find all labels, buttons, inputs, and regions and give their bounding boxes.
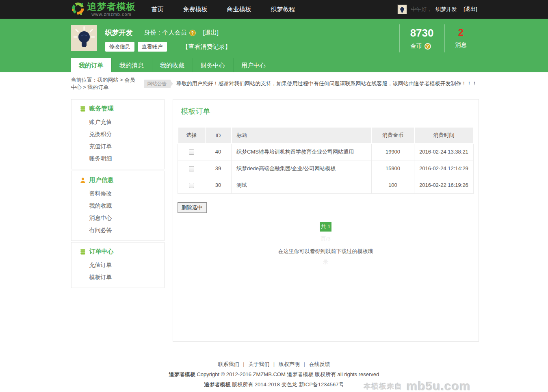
panel-title: 模板订单	[173, 100, 479, 122]
sidebar-item-exchange-points[interactable]: 兑换积分	[71, 128, 164, 141]
footer-link-feedback[interactable]: 在线反馈	[309, 361, 330, 367]
nav-item-free-templates[interactable]: 免费模板	[183, 6, 208, 13]
sidebar-item-account-details[interactable]: 账务明细	[71, 153, 164, 165]
table-header-row: 选择 ID 标题 消费金币 消费时间	[178, 127, 474, 143]
sidebar-item-account-recharge[interactable]: 账户充值	[71, 116, 164, 128]
sidebar-item-message-center[interactable]: 消息中心	[71, 212, 164, 224]
breadcrumb: 当前位置：我的网站 > 会员中心 > 我的订单	[71, 76, 137, 91]
col-header-title: 标题	[232, 127, 372, 143]
pagination-faint-text: 录	[173, 258, 479, 266]
messages-stat[interactable]: 2 消息	[444, 24, 477, 52]
topbar-logout-link[interactable]: [退出]	[464, 6, 477, 13]
sidebar-item-edit-profile[interactable]: 资料修改	[71, 188, 164, 200]
sidebar-item-recharge-orders[interactable]: 充值订单	[71, 259, 164, 271]
main-nav: 首页 免费模板 商业模板 织梦教程	[152, 6, 295, 13]
col-header-coins: 消费金币	[372, 127, 414, 143]
order-coins: 19900	[372, 143, 414, 160]
nav-item-home[interactable]: 首页	[152, 6, 164, 13]
watermark-brand: mb5u.com	[407, 379, 471, 392]
table-row: 30 测试 100 2016-02-22 16:19:26	[178, 177, 474, 193]
pagination: 共 1 页/3 条记 在这里你可以看得到以前下载过的模板哦 录	[173, 222, 479, 266]
sidebar-item-template-orders[interactable]: 模板订单	[71, 271, 164, 284]
topbar-username-link[interactable]: 织梦开发	[435, 6, 457, 13]
pagination-faint-text: 页/3	[173, 235, 479, 243]
col-header-select: 选择	[178, 127, 205, 143]
coins-icon	[80, 106, 86, 112]
tab-my-orders[interactable]: 我的订单	[71, 58, 112, 72]
sidebar-item-qa[interactable]: 有问必答	[71, 224, 164, 236]
messages-count: 2	[455, 27, 467, 38]
greeting-text: 中午好，	[411, 6, 432, 13]
orders-table: 选择 ID 标题 消费金币 消费时间 40 织梦CMS辅导培训机构留学教育企业公…	[178, 127, 474, 194]
site-logo[interactable]: 追梦者模板 www.zmzmb.com	[71, 2, 136, 17]
order-title[interactable]: 织梦CMS辅导培训机构留学教育企业公司网站通用	[232, 143, 372, 160]
template-orders-panel: 模板订单 选择 ID 标题 消费金币 消费时间	[173, 99, 479, 342]
sidebar-item-my-favorites[interactable]: 我的收藏	[71, 200, 164, 212]
order-id: 30	[205, 177, 232, 193]
coins-icon	[80, 249, 86, 255]
order-title[interactable]: 测试	[232, 177, 372, 193]
nav-item-commercial-templates[interactable]: 商业模板	[227, 6, 251, 13]
member-identity: 身份：个人会员	[144, 29, 187, 37]
logo-title: 追梦者模板	[87, 2, 136, 11]
tab-my-favorites[interactable]: 我的收藏	[152, 58, 193, 72]
order-time: 2016-02-24 12:14:29	[414, 160, 474, 177]
avatar	[397, 4, 407, 14]
member-logout-link[interactable]: [退出]	[203, 29, 219, 37]
footer-icp-text: 版权所有 2014-2018 变色龙 新ICP备1234567号	[231, 381, 344, 388]
member-username: 织梦开发	[105, 28, 133, 37]
member-stats: 8730 金币 ? 2 消息	[399, 24, 477, 52]
row-checkbox[interactable]	[189, 183, 194, 188]
footer-copyright-text: Copyright © 2012-2016 ZMZMB.COM 追梦者模板 版权…	[195, 371, 379, 377]
row-checkbox[interactable]	[189, 166, 194, 171]
order-id: 39	[205, 160, 232, 177]
footer-nav: 联系我们 | 关于我们 | 版权声明 | 在线反馈	[0, 361, 548, 368]
footer-separator: |	[273, 361, 275, 367]
footer-brand: 追梦者模板	[169, 371, 195, 377]
edit-info-button[interactable]: 修改信息	[105, 42, 134, 52]
download-hint-text: 在这里你可以看得到以前下载过的模板哦	[278, 248, 373, 254]
view-records-link[interactable]: 【查看消费记录】	[182, 43, 231, 51]
col-header-time: 消费时间	[414, 127, 474, 143]
footer-link-copyright[interactable]: 版权声明	[279, 361, 300, 367]
sidebar-section-title: 用户信息	[89, 176, 114, 184]
sidebar-section-orders: 订单中心 充值订单 模板订单	[71, 242, 165, 288]
delete-selected-button[interactable]: 删除选中	[178, 202, 207, 213]
notice-text: 尊敬的用户您好！感谢对我们网站的支持，如果使用过程中有任何问题请联系网站在线客服…	[176, 80, 477, 87]
watermark-prefix: 本模板来自	[364, 382, 403, 391]
table-row: 39 织梦dede高端金融集团/企业/公司网站模板 15900 2016-02-…	[178, 160, 474, 177]
order-id: 40	[205, 143, 232, 160]
messages-label: 消息	[455, 41, 467, 49]
footer-separator: |	[243, 361, 244, 367]
logo-domain: www.zmzmb.com	[91, 12, 132, 17]
coins-help-icon[interactable]: ?	[425, 43, 431, 50]
avatar	[71, 25, 97, 51]
row-checkbox[interactable]	[189, 149, 194, 155]
view-account-button[interactable]: 查看账户	[138, 42, 167, 52]
sidebar-item-recharge-orders[interactable]: 充值订单	[71, 141, 164, 153]
tab-user-center[interactable]: 用户中心	[234, 58, 274, 72]
coins-value: 8730	[410, 27, 434, 39]
tab-my-messages[interactable]: 我的消息	[112, 58, 152, 72]
tab-finance-center[interactable]: 财务中心	[193, 58, 234, 72]
sidebar: 账务管理 账户充值 兑换积分 充值订单 账务明细 用户信息	[71, 99, 165, 289]
footer-copyright-line: 追梦者模板 Copyright © 2012-2016 ZMZMB.COM 追梦…	[0, 371, 548, 378]
footer-brand: 追梦者模板	[204, 381, 231, 388]
identity-help-icon[interactable]: ?	[189, 30, 196, 36]
footer-link-about[interactable]: 关于我们	[248, 361, 269, 367]
coins-stat: 8730 金币 ?	[399, 24, 444, 52]
footer: 联系我们 | 关于我们 | 版权声明 | 在线反馈 追梦者模板 Copyrigh…	[0, 350, 548, 392]
member-header: 织梦开发 身份：个人会员 ? [退出] 修改信息 查看账户 【查看消费记录】 8…	[0, 19, 548, 72]
col-header-id: ID	[205, 127, 232, 143]
top-bar: 追梦者模板 www.zmzmb.com 首页 免费模板 商业模板 织梦教程	[0, 0, 548, 19]
footer-link-contact[interactable]: 联系我们	[218, 361, 239, 367]
order-coins: 100	[372, 177, 414, 193]
order-coins: 15900	[372, 160, 414, 177]
sidebar-section-title: 订单中心	[89, 248, 114, 256]
sidebar-section-userinfo: 用户信息 资料修改 我的收藏 消息中心 有问必答	[71, 171, 165, 241]
order-title[interactable]: 织梦dede高端金融集团/企业/公司网站模板	[232, 160, 372, 177]
nav-item-tutorials[interactable]: 织梦教程	[271, 6, 295, 13]
coins-label: 金币	[411, 43, 422, 50]
page-count-badge[interactable]: 共 1	[320, 222, 332, 232]
logo-swirl-icon	[71, 2, 85, 17]
